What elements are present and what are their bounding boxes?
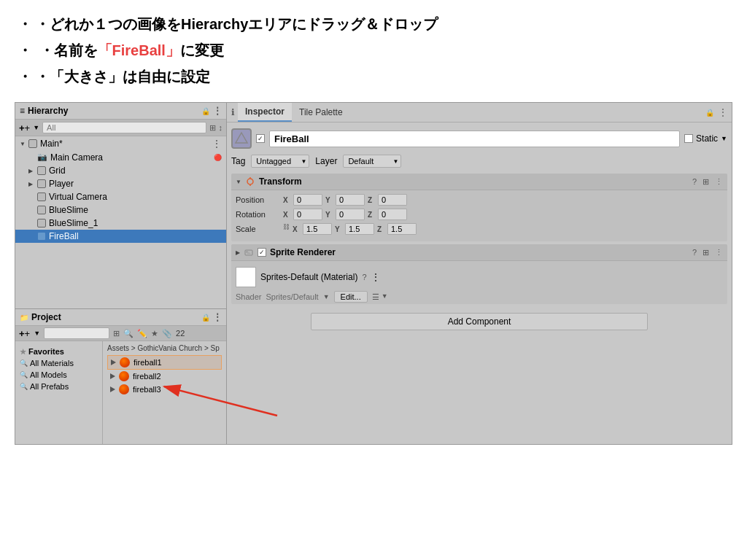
layer-label: Layer xyxy=(315,156,337,166)
material-preview xyxy=(236,267,256,287)
static-dropdown-arrow[interactable]: ▼ xyxy=(721,135,727,142)
hierarchy-search-icon2[interactable]: ⊞ xyxy=(209,123,216,133)
scale-y-input[interactable] xyxy=(345,223,374,235)
shader-row: Shader Sprites/Default ▼ Edit... ☰ ▼ xyxy=(231,289,727,304)
object-name-input[interactable] xyxy=(269,131,680,147)
scale-x-field: X xyxy=(293,223,332,235)
hierarchy-item-main[interactable]: Main* xyxy=(15,136,226,151)
shader-dropdown-icon2[interactable]: ▼ xyxy=(382,292,388,302)
asset-fireball1-label: fireball1 xyxy=(133,358,162,367)
hierarchy-item-fireball[interactable]: FireBall xyxy=(15,230,226,243)
scale-x-input[interactable] xyxy=(303,223,332,235)
rotation-x-label: X xyxy=(283,211,292,219)
hierarchy-item-blueslime[interactable]: BlueSlime xyxy=(15,203,226,217)
project-kebab-icon[interactable] xyxy=(213,312,222,322)
hierarchy-tree: Main* 📷 Main Camera 🔴 Grid xyxy=(15,136,226,308)
transform-help-icon[interactable]: ? xyxy=(692,177,697,187)
all-prefabs-label: All Prefabs xyxy=(30,382,69,391)
all-models-item[interactable]: 🔍 All Models xyxy=(15,369,102,381)
position-x-input[interactable] xyxy=(293,194,322,206)
hierarchy-item-main-camera[interactable]: 📷 Main Camera 🔴 xyxy=(15,151,226,164)
hierarchy-item-blueslime1[interactable]: BlueSlime_1 xyxy=(15,217,226,230)
sprite-renderer-settings-icon[interactable]: ⊞ xyxy=(703,248,709,257)
hierarchy-add-icon[interactable]: + xyxy=(19,122,30,133)
hierarchy-kebab-icon[interactable] xyxy=(213,106,222,116)
tab-inspector[interactable]: Inspector xyxy=(238,103,292,122)
hierarchy-item-grid[interactable]: Grid xyxy=(15,164,226,177)
hierarchy-dropdown-icon[interactable]: ▼ xyxy=(33,124,39,131)
asset-fireball2-triangle xyxy=(110,373,115,379)
blueslime1-icon xyxy=(37,219,46,228)
asset-fireball2-icon xyxy=(119,371,129,381)
instruction-line2-prefix: ・名前を xyxy=(39,42,98,58)
project-dropdown-icon[interactable]: ▼ xyxy=(34,330,40,337)
add-component-button[interactable]: Add Component xyxy=(311,313,648,330)
project-icon5[interactable]: 📎 xyxy=(162,329,172,338)
sprite-renderer-checkbox[interactable] xyxy=(258,248,266,257)
sprite-renderer-help-icon[interactable]: ? xyxy=(692,248,697,257)
project-icon2[interactable]: 🔍 xyxy=(123,329,133,338)
asset-fireball2[interactable]: fireball2 xyxy=(107,370,222,383)
inspector-kebab-icon[interactable] xyxy=(719,107,727,117)
transform-settings-icon[interactable]: ⊞ xyxy=(703,177,709,187)
project-search-input[interactable] xyxy=(44,327,109,339)
project-add-icon[interactable]: + xyxy=(19,328,30,339)
rotation-x-input[interactable] xyxy=(293,209,322,220)
hierarchy-lock-icon xyxy=(201,106,210,116)
material-help-icon: ? xyxy=(362,273,366,281)
hierarchy-item-virtual-camera[interactable]: Virtual Camera xyxy=(15,190,226,203)
transform-actions: ? ⊞ xyxy=(692,177,723,187)
unity-editor: Hierarchy + ▼ ⊞ ↕ xyxy=(15,102,732,445)
asset-fireball1[interactable]: fireball1 xyxy=(107,355,222,370)
inspector-lock-icon xyxy=(705,107,714,117)
scale-label: Scale xyxy=(236,225,283,233)
project-sidebar: Favorites 🔍 All Materials 🔍 All Models 🔍 xyxy=(15,341,103,444)
scale-z-input[interactable] xyxy=(387,223,417,235)
object-active-checkbox[interactable] xyxy=(256,134,265,143)
instruction-line-2: ・名前を「FireBall」に変更 xyxy=(18,39,729,61)
all-materials-item[interactable]: 🔍 All Materials xyxy=(15,357,102,369)
all-prefabs-item[interactable]: 🔍 All Prefabs xyxy=(15,381,102,392)
project-icon3[interactable]: ✏️ xyxy=(137,329,147,338)
asset-fireball3-icon xyxy=(119,384,129,394)
layer-dropdown[interactable]: Default xyxy=(343,155,401,168)
shader-list-icon[interactable]: ☰ xyxy=(372,292,379,302)
sprite-renderer-title: Sprite Renderer xyxy=(270,247,689,257)
hierarchy-search-input[interactable] xyxy=(42,122,206,133)
asset-fireball3[interactable]: fireball3 xyxy=(107,383,222,396)
sprite-renderer-fold-arrow xyxy=(236,249,240,256)
tab-tile-palette[interactable]: Tile Palette xyxy=(292,104,350,121)
position-y-input[interactable] xyxy=(336,194,365,206)
main-kebab[interactable] xyxy=(212,138,222,149)
blueslime-icon xyxy=(37,206,46,214)
hierarchy-item-player[interactable]: Player xyxy=(15,177,226,190)
project-icon4[interactable]: ★ xyxy=(151,329,158,338)
shader-label: Shader xyxy=(236,292,261,301)
hierarchy-sort-icon[interactable]: ↕ xyxy=(219,123,223,132)
shader-dropdown-arrow[interactable]: ▼ xyxy=(323,293,330,300)
asset-fireball3-label: fireball3 xyxy=(133,385,161,394)
shader-edit-button[interactable]: Edit... xyxy=(334,291,368,303)
grid-arrow xyxy=(28,167,36,174)
position-z-input[interactable] xyxy=(378,194,407,206)
sprite-renderer-icon xyxy=(244,247,254,257)
scale-z-label: Z xyxy=(377,225,386,233)
instruction-line2-suffix: に変更 xyxy=(180,42,224,58)
transform-component: Transform ? ⊞ Position xyxy=(231,174,727,241)
svg-point-1 xyxy=(247,179,253,184)
rotation-y-input[interactable] xyxy=(336,209,365,220)
sprite-renderer-actions: ? ⊞ xyxy=(692,248,723,257)
position-z-label: Z xyxy=(368,196,376,204)
sprite-renderer-header[interactable]: Sprite Renderer ? ⊞ xyxy=(231,244,727,261)
scale-link-icon: ⛓ xyxy=(283,223,290,235)
static-checkbox[interactable] xyxy=(684,134,693,143)
transform-kebab-icon[interactable] xyxy=(715,177,723,187)
transform-header[interactable]: Transform ? ⊞ xyxy=(231,174,727,190)
project-icon1[interactable]: ⊞ xyxy=(113,329,120,338)
tag-dropdown[interactable]: Untagged xyxy=(251,155,309,168)
transform-icon xyxy=(245,176,255,187)
rotation-z-input[interactable] xyxy=(378,209,407,220)
position-xyz: X Y Z xyxy=(283,194,723,206)
sprite-renderer-kebab-icon[interactable] xyxy=(715,248,723,257)
material-kebab-icon[interactable] xyxy=(371,272,380,282)
